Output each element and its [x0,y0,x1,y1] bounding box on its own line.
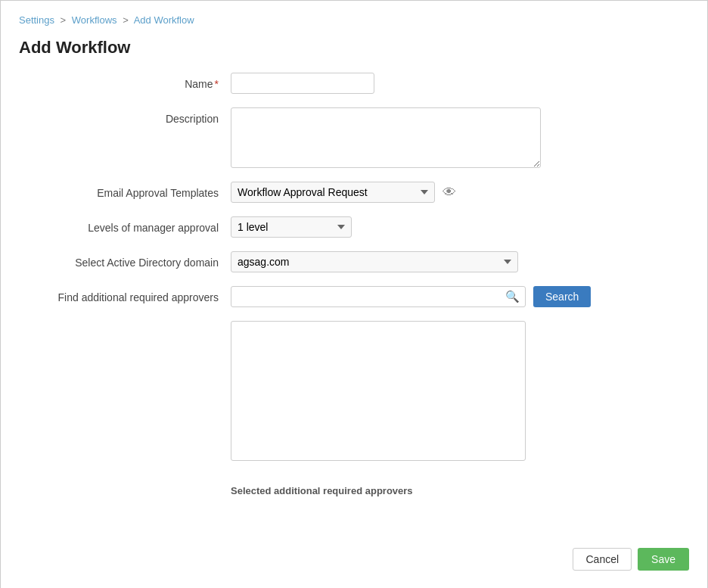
selected-approvers-wrap: Selected additional required approvers [231,474,689,512]
email-template-select[interactable]: Workflow Approval Request [231,182,435,203]
approvers-box-wrap [231,321,689,461]
levels-control-wrap: 1 level 2 levels 3 levels [231,216,689,238]
breadcrumb-current: Add Workflow [134,14,194,26]
levels-label: Levels of manager approval [19,216,231,234]
page-wrapper: Settings > Workflows > Add Workflow Add … [0,0,708,588]
email-template-control-wrap: Workflow Approval Request 👁 [231,182,689,203]
email-template-label: Email Approval Templates [19,182,231,199]
breadcrumb-sep2: > [123,14,129,26]
required-marker: * [215,78,219,90]
selected-approvers-label: Selected additional required approvers [231,474,413,512]
domain-label: Select Active Directory domain [19,251,231,269]
save-button[interactable]: Save [638,548,689,571]
breadcrumb-sep1: > [61,14,67,26]
description-control-wrap [231,107,689,168]
approvers-list-box [231,321,526,461]
approvers-row: Find additional required approvers 🔍 Sea… [19,286,689,307]
description-textarea[interactable] [231,107,541,168]
cancel-button[interactable]: Cancel [573,548,632,571]
domain-select[interactable]: agsag.com [231,251,518,272]
levels-row: Levels of manager approval 1 level 2 lev… [19,216,689,238]
name-input[interactable] [231,73,374,94]
form-area: Name* Description Email Approval Templat… [1,73,707,540]
approvers-control-wrap: 🔍 Search [231,286,689,307]
approvers-label: Find additional required approvers [19,286,231,303]
selected-approvers-label-spacer [19,474,231,480]
approvers-box-label-spacer [19,321,231,326]
email-template-row: Email Approval Templates Workflow Approv… [19,182,689,203]
search-input-wrap: 🔍 [231,286,526,307]
name-row: Name* [19,73,689,94]
description-row: Description [19,107,689,168]
domain-control-wrap: agsag.com [231,251,689,272]
breadcrumb: Settings > Workflows > Add Workflow [1,1,707,33]
page-title: Add Workflow [1,33,707,73]
breadcrumb-workflows[interactable]: Workflows [72,14,117,26]
domain-row: Select Active Directory domain agsag.com [19,251,689,272]
description-label: Description [19,107,231,125]
breadcrumb-settings[interactable]: Settings [19,14,54,26]
search-button[interactable]: Search [533,286,591,307]
name-control-wrap [231,73,689,94]
selected-approvers-row: Selected additional required approvers [19,474,689,512]
approvers-box-row [19,321,689,461]
approvers-search-input[interactable] [231,286,526,307]
levels-select[interactable]: 1 level 2 levels 3 levels [231,216,352,238]
eye-icon[interactable]: 👁 [442,185,456,201]
name-label: Name* [19,73,231,90]
bottom-actions: Cancel Save [1,540,707,588]
